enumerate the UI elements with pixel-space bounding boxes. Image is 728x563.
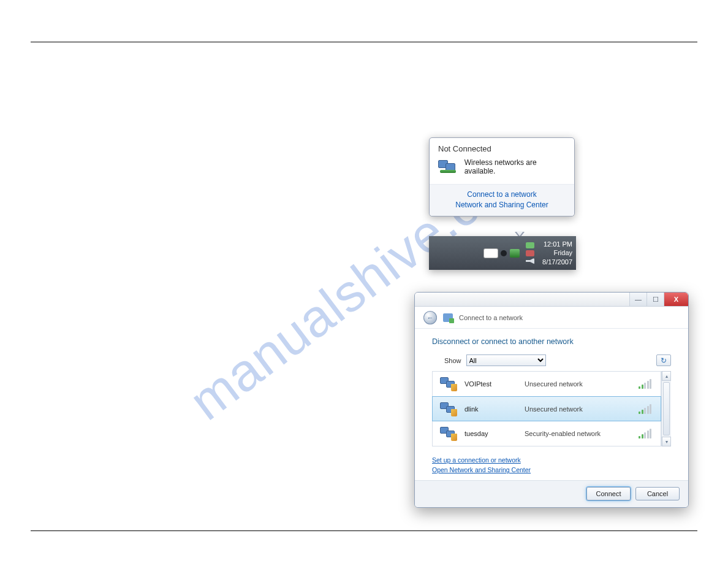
scroll-up-button[interactable]: ▴	[662, 371, 671, 381]
show-label: Show	[444, 357, 461, 364]
connect-network-dialog: — ☐ X ← Connect to a network Disconnect …	[414, 292, 689, 508]
minimize-button[interactable]: —	[629, 293, 646, 306]
sharing-center-link[interactable]: Network and Sharing Center	[430, 200, 574, 210]
network-item-icon	[439, 402, 457, 416]
clock-time: 12:01 PM	[542, 240, 572, 248]
network-row[interactable]: tuesdaySecurity-enabled network	[433, 421, 661, 446]
show-filter-select[interactable]: All	[466, 354, 546, 366]
bottom-rule	[31, 530, 697, 531]
volume-icon[interactable]	[526, 258, 534, 264]
network-list: VOIPtestUnsecured networkdlinkUnsecured …	[432, 371, 661, 446]
network-item-icon	[439, 377, 457, 391]
network-path-icon	[443, 313, 453, 322]
top-rule	[31, 42, 697, 42]
network-row[interactable]: VOIPtestUnsecured network	[433, 372, 661, 397]
network-security: Security-enabled network	[525, 430, 631, 437]
network-security: Unsecured network	[525, 380, 631, 388]
back-button[interactable]: ←	[423, 311, 437, 324]
network-name: dlink	[464, 405, 517, 413]
setup-connection-link[interactable]: Set up a connection or network	[432, 455, 671, 465]
system-tray: 12:01 PM Friday 8/17/2007	[429, 236, 576, 270]
tray-icon[interactable]	[526, 242, 534, 248]
cancel-button[interactable]: Cancel	[635, 487, 680, 500]
titlebar: — ☐ X	[415, 293, 688, 307]
scroll-thumb[interactable]	[663, 382, 670, 435]
balloon-title: Not Connected	[438, 144, 566, 153]
maximize-button[interactable]: ☐	[646, 293, 664, 306]
close-button[interactable]: X	[664, 293, 688, 306]
signal-strength-icon	[639, 379, 653, 389]
clock-date: 8/17/2007	[542, 258, 572, 266]
system-clock[interactable]: 12:01 PM Friday 8/17/2007	[542, 240, 572, 266]
network-tray-icon[interactable]	[526, 250, 534, 256]
signal-strength-icon	[639, 429, 653, 439]
scroll-down-button[interactable]: ▾	[662, 437, 671, 446]
power-icon[interactable]	[501, 250, 507, 256]
open-sharing-center-link[interactable]: Open Network and Sharing Center	[432, 465, 671, 475]
connect-button[interactable]: Connect	[586, 487, 631, 500]
scrollbar[interactable]: ▴ ▾	[661, 371, 671, 446]
dialog-subtitle: Disconnect or connect to another network	[432, 337, 671, 346]
connect-network-link[interactable]: Connect to a network	[430, 190, 574, 200]
battery-icon[interactable]	[484, 249, 498, 258]
breadcrumb: ← Connect to a network	[415, 307, 688, 329]
network-name: VOIPtest	[464, 380, 517, 388]
breadcrumb-text: Connect to a network	[459, 314, 523, 321]
clock-day: Friday	[542, 248, 572, 257]
network-icon	[438, 158, 458, 175]
network-security: Unsecured network	[525, 405, 631, 413]
network-item-icon	[439, 426, 457, 441]
balloon-message: Wireless networks are available.	[464, 158, 566, 175]
notification-balloon: Not Connected Wireless networks are avai…	[429, 137, 575, 216]
network-name: tuesday	[464, 430, 517, 437]
signal-strength-icon	[639, 404, 653, 414]
security-icon[interactable]	[510, 249, 520, 258]
dialog-footer: Connect Cancel	[415, 480, 688, 507]
refresh-button[interactable]: ↻	[656, 354, 671, 366]
network-row[interactable]: dlinkUnsecured network	[432, 396, 661, 421]
